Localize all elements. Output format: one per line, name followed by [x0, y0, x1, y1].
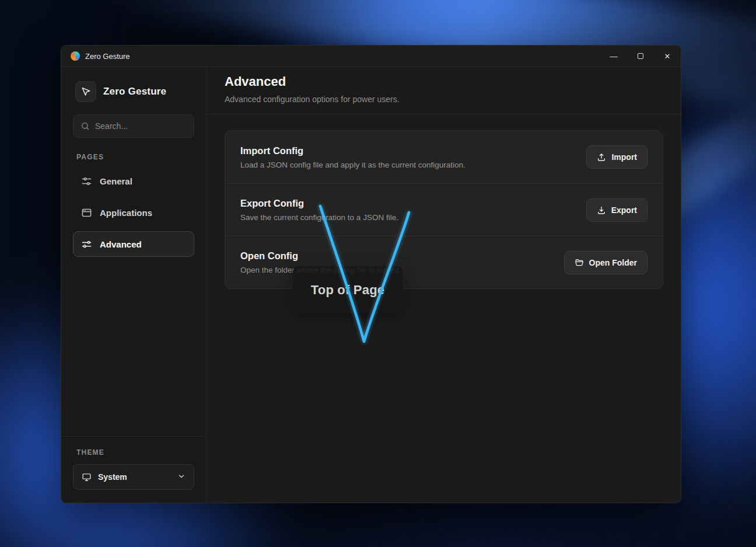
download-icon	[597, 205, 606, 215]
import-button[interactable]: Import	[586, 145, 648, 169]
page-title: Advanced	[225, 74, 663, 89]
chevron-down-icon	[177, 472, 186, 482]
theme-section-label: THEME	[73, 448, 194, 457]
sidebar-nav: General Applications Advanced	[73, 168, 194, 257]
sidebar: Zero Gesture PAGES General Applications	[61, 67, 206, 503]
page-header: Advanced Advanced configuration options …	[206, 67, 681, 114]
import-config-row: Import Config Load a JSON config file an…	[225, 131, 663, 183]
nav-label: General	[100, 176, 132, 186]
nav-label: Applications	[100, 208, 152, 218]
maximize-icon	[638, 53, 643, 59]
sliders-icon	[81, 176, 92, 187]
sidebar-item-advanced[interactable]: Advanced	[73, 231, 194, 257]
sidebar-divider	[61, 436, 206, 437]
export-config-row: Export Config Save the current configura…	[225, 183, 663, 236]
close-icon: ✕	[664, 52, 671, 61]
gesture-tooltip: Top of Page	[293, 266, 402, 313]
minimize-button[interactable]: —	[600, 46, 627, 67]
window-controls: — ✕	[600, 46, 681, 67]
open-config-row: Open Config Open the folder where the co…	[225, 236, 663, 288]
button-label: Import	[611, 152, 637, 162]
window-titlebar[interactable]: Zero Gesture — ✕	[61, 46, 681, 67]
row-title: Export Config	[240, 198, 398, 209]
app-window-icon	[81, 207, 92, 218]
app-brand: Zero Gesture	[73, 81, 194, 102]
theme-value: System	[98, 472, 127, 482]
row-title: Import Config	[240, 145, 466, 156]
theme-selector[interactable]: System	[73, 464, 194, 490]
app-title: Zero Gesture	[103, 86, 166, 97]
sidebar-bottom: THEME System	[73, 436, 194, 490]
app-logo-icon	[71, 51, 80, 61]
config-card: Import Config Load a JSON config file an…	[225, 130, 663, 289]
row-action: Export	[586, 198, 648, 222]
cursor-pointer-icon	[75, 81, 96, 102]
sidebar-item-applications[interactable]: Applications	[73, 200, 194, 225]
row-texts: Export Config Save the current configura…	[240, 198, 398, 222]
row-title: Open Config	[240, 250, 401, 262]
row-description: Save the current configuration to a JSON…	[240, 213, 398, 222]
pages-section-label: PAGES	[73, 153, 194, 161]
main-content: Advanced Advanced configuration options …	[206, 67, 681, 503]
search-input[interactable]	[95, 121, 187, 131]
monitor-icon	[82, 472, 92, 482]
magnifier-icon	[80, 121, 90, 131]
row-action: Import	[586, 145, 648, 169]
toggles-icon	[81, 239, 92, 250]
row-description: Load a JSON config file and apply it as …	[240, 161, 466, 169]
row-texts: Import Config Load a JSON config file an…	[240, 145, 466, 169]
row-action: Open Folder	[564, 251, 648, 274]
minimize-icon: —	[610, 52, 618, 61]
export-button[interactable]: Export	[586, 198, 648, 222]
close-button[interactable]: ✕	[654, 46, 681, 67]
page-subtitle: Advanced configuration options for power…	[225, 95, 663, 104]
button-label: Export	[611, 205, 637, 215]
nav-label: Advanced	[100, 239, 142, 249]
button-label: Open Folder	[589, 258, 637, 267]
maximize-button[interactable]	[627, 46, 654, 67]
folder-open-icon	[575, 258, 584, 267]
search-box[interactable]	[73, 114, 194, 138]
window-title: Zero Gesture	[85, 52, 130, 61]
sidebar-item-general[interactable]: General	[73, 168, 194, 194]
upload-icon	[597, 152, 606, 162]
open-folder-button[interactable]: Open Folder	[564, 251, 648, 274]
